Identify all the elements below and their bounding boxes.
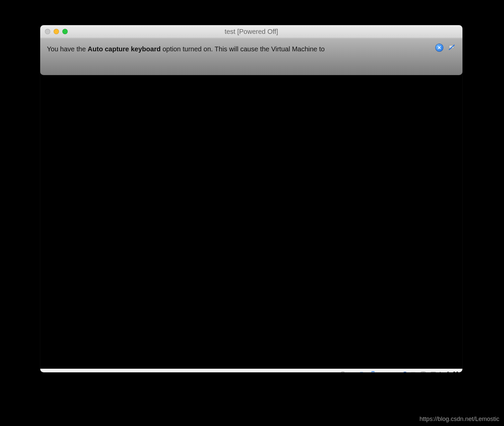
window-minimize-button[interactable]: [54, 29, 59, 34]
notification-actions: ✕: [436, 44, 456, 51]
speech-bubble-mute-icon: [448, 44, 455, 51]
window-title: test [Powered Off]: [40, 28, 462, 36]
keyboard-capture-icon[interactable]: [429, 371, 437, 372]
svg-rect-14: [431, 372, 436, 372]
usb-icon[interactable]: [369, 371, 377, 372]
window-close-button[interactable]: [45, 29, 50, 34]
window-traffic-lights: [45, 29, 68, 34]
network-icon[interactable]: [359, 371, 367, 372]
titlebar[interactable]: test [Powered Off]: [40, 25, 462, 38]
svg-rect-5: [360, 372, 363, 372]
mouse-integration-icon[interactable]: [419, 371, 427, 372]
video-capture-icon[interactable]: [399, 371, 407, 372]
status-bar: U Left ⌘: [40, 369, 462, 372]
notification-suppress-button[interactable]: [448, 44, 456, 51]
notification-text-bold: Auto capture keyboard: [88, 45, 161, 53]
display-icon[interactable]: [389, 371, 397, 372]
close-icon: ✕: [437, 45, 441, 50]
notification-text-suffix: option turned on. This will cause the Vi…: [161, 45, 325, 53]
notification-dismiss-button[interactable]: ✕: [436, 44, 443, 51]
shared-folder-icon[interactable]: [379, 371, 387, 372]
window-zoom-button[interactable]: [62, 29, 68, 34]
hard-disk-icon[interactable]: [349, 371, 357, 372]
host-key-label: Left ⌘: [439, 370, 459, 372]
host-key-indicator: Left ⌘: [439, 370, 459, 372]
notification-text-prefix: You have the: [47, 45, 88, 53]
svg-rect-10: [404, 372, 406, 373]
vm-display-area[interactable]: [40, 75, 462, 369]
cpu-icon[interactable]: U: [409, 371, 417, 372]
notification-message: You have the Auto capture keyboard optio…: [47, 45, 436, 53]
svg-point-1: [340, 372, 345, 373]
vm-window: test [Powered Off] You have the Auto cap…: [40, 25, 462, 372]
notification-bar: You have the Auto capture keyboard optio…: [40, 38, 462, 75]
watermark: https://blog.csdn.net/Lemostic: [420, 416, 499, 423]
optical-drive-icon[interactable]: [339, 371, 347, 372]
